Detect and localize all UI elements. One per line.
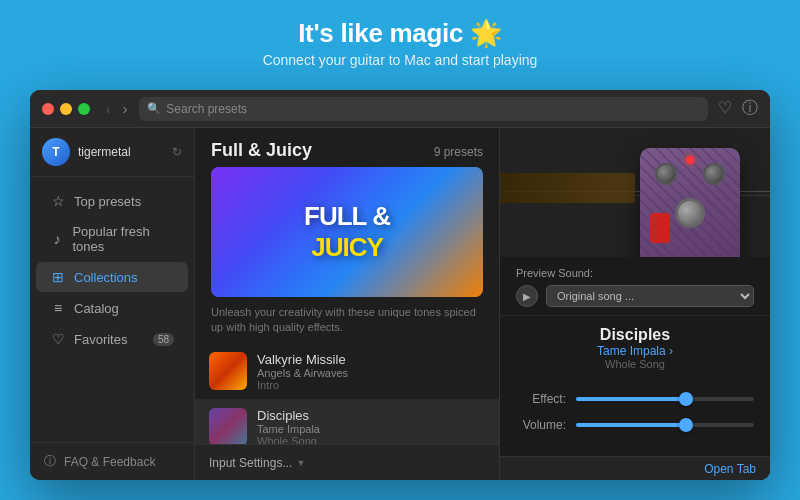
sidebar-item-top-presets[interactable]: ☆ Top presets <box>36 186 188 216</box>
preview-section: Preview Sound: ▶ Original song ... <box>500 257 770 315</box>
banner-title: It's like magic 🌟 <box>0 18 800 49</box>
app-window: ‹ › 🔍 ♡ ⓘ T tigermetal ↻ ☆ Top presets <box>30 90 770 480</box>
preset-info: Valkyrie Missile Angels & Airwaves Intro <box>257 352 485 391</box>
input-settings-button[interactable]: Input Settings... ▼ <box>209 456 305 470</box>
list-item[interactable]: Valkyrie Missile Angels & Airwaves Intro <box>195 344 499 400</box>
sidebar-user: T tigermetal ↻ <box>30 128 194 177</box>
sidebar-item-popular[interactable]: ♪ Popular fresh tones <box>36 217 188 261</box>
effect-label: Effect: <box>516 392 566 406</box>
pedal-knob-left <box>655 163 677 185</box>
volume-slider-fill <box>576 423 686 427</box>
avatar: T <box>42 138 70 166</box>
pedal-accent <box>650 213 670 243</box>
music-icon: ♪ <box>50 231 64 247</box>
nav-arrows: ‹ › <box>102 99 131 119</box>
faq-feedback-item[interactable]: ⓘ FAQ & Feedback <box>44 453 180 470</box>
traffic-light-minimize[interactable] <box>60 103 72 115</box>
play-button[interactable]: ▶ <box>516 285 538 307</box>
preset-name: Valkyrie Missile <box>257 352 485 367</box>
bottom-bar-center: Input Settings... ▼ <box>195 444 499 480</box>
preset-count: 9 presets <box>434 145 483 159</box>
title-bar: ‹ › 🔍 ♡ ⓘ <box>30 90 770 128</box>
play-icon: ▶ <box>523 291 531 302</box>
sidebar-item-catalog[interactable]: ≡ Catalog <box>36 293 188 323</box>
preset-info: Disciples Tame Impala Whole Song <box>257 408 485 444</box>
search-icon: 🔍 <box>147 102 161 115</box>
traffic-light-maximize[interactable] <box>78 103 90 115</box>
preset-artist: Tame Impala <box>257 423 485 435</box>
top-banner: It's like magic 🌟 Connect your guitar to… <box>0 0 800 82</box>
input-settings-label: Input Settings... <box>209 456 292 470</box>
sidebar-item-collections[interactable]: ⊞ Collections <box>36 262 188 292</box>
effect-slider-fill <box>576 397 686 401</box>
main-content: T tigermetal ↻ ☆ Top presets ♪ Popular f… <box>30 128 770 480</box>
artwork-line1: FULL & <box>304 201 390 232</box>
chevron-down-icon: ▼ <box>296 458 305 468</box>
sidebar-label-collections: Collections <box>74 270 138 285</box>
pedal-knob-center <box>675 198 705 228</box>
preset-detail-artist[interactable]: Tame Impala › <box>516 344 754 358</box>
collection-header: Full & Juicy 9 presets <box>195 128 499 167</box>
favorites-badge: 58 <box>153 333 174 346</box>
volume-label: Volume: <box>516 418 566 432</box>
sidebar-bottom: ⓘ FAQ & Feedback <box>30 442 194 480</box>
search-input[interactable] <box>166 102 700 116</box>
preset-artist: Angels & Airwaves <box>257 367 485 379</box>
volume-slider[interactable] <box>576 423 754 427</box>
list-icon: ≡ <box>50 300 66 316</box>
banner-subtitle: Connect your guitar to Mac and start pla… <box>0 52 800 68</box>
preview-label: Preview Sound: <box>516 267 754 279</box>
bottom-bar-right: Open Tab <box>500 456 770 480</box>
title-bar-right: ♡ ⓘ <box>718 98 758 119</box>
pedal-led <box>686 156 694 164</box>
sidebar-label-catalog: Catalog <box>74 301 119 316</box>
heart-icon[interactable]: ♡ <box>718 98 732 119</box>
preset-thumbnail <box>209 408 247 444</box>
sidebar: T tigermetal ↻ ☆ Top presets ♪ Popular f… <box>30 128 195 480</box>
heart-icon-nav: ♡ <box>50 331 66 347</box>
volume-slider-thumb <box>679 418 693 432</box>
pedal-knob-right <box>703 163 725 185</box>
sidebar-nav: ☆ Top presets ♪ Popular fresh tones ⊞ Co… <box>30 177 194 442</box>
artwork-text: FULL & JUICY <box>304 201 390 263</box>
faq-label: FAQ & Feedback <box>64 455 155 469</box>
right-panel: Preview Sound: ▶ Original song ... Disci… <box>500 128 770 480</box>
preset-thumbnail <box>209 352 247 390</box>
grid-icon: ⊞ <box>50 269 66 285</box>
preset-name: Disciples <box>257 408 485 423</box>
search-bar[interactable]: 🔍 <box>139 97 708 121</box>
artwork-line2: JUICY <box>304 232 390 263</box>
preset-detail-type: Whole Song <box>516 358 754 370</box>
guitar-pedal <box>640 148 740 257</box>
open-tab-button[interactable]: Open Tab <box>704 462 756 476</box>
controls-section: Effect: Volume: <box>500 380 770 456</box>
preset-list: Valkyrie Missile Angels & Airwaves Intro… <box>195 344 499 444</box>
guitar-neck <box>500 173 635 203</box>
center-panel: Full & Juicy 9 presets FULL & JUICY Unle… <box>195 128 500 480</box>
preset-detail-name: Disciples <box>516 326 754 344</box>
preset-type: Whole Song <box>257 435 485 444</box>
preview-controls: ▶ Original song ... <box>516 285 754 307</box>
preview-sound-select[interactable]: Original song ... <box>546 285 754 307</box>
traffic-lights <box>42 103 90 115</box>
preset-type: Intro <box>257 379 485 391</box>
sidebar-item-favorites[interactable]: ♡ Favorites 58 <box>36 324 188 354</box>
guitar-display <box>500 128 770 257</box>
volume-control-row: Volume: <box>516 418 754 432</box>
collection-title: Full & Juicy <box>211 140 312 161</box>
sidebar-label-top-presets: Top presets <box>74 194 141 209</box>
traffic-light-close[interactable] <box>42 103 54 115</box>
preset-detail: Disciples Tame Impala › Whole Song <box>500 315 770 380</box>
user-name: tigermetal <box>78 145 164 159</box>
effect-slider-thumb <box>679 392 693 406</box>
sync-icon[interactable]: ↻ <box>172 145 182 159</box>
info-icon[interactable]: ⓘ <box>742 98 758 119</box>
collection-artwork: FULL & JUICY <box>211 167 483 297</box>
forward-arrow[interactable]: › <box>119 99 132 119</box>
back-arrow[interactable]: ‹ <box>102 99 115 119</box>
effect-slider[interactable] <box>576 397 754 401</box>
collection-description: Unleash your creativity with these uniqu… <box>195 305 499 344</box>
list-item[interactable]: Disciples Tame Impala Whole Song <box>195 400 499 444</box>
star-icon: ☆ <box>50 193 66 209</box>
sidebar-label-popular: Popular fresh tones <box>72 224 174 254</box>
